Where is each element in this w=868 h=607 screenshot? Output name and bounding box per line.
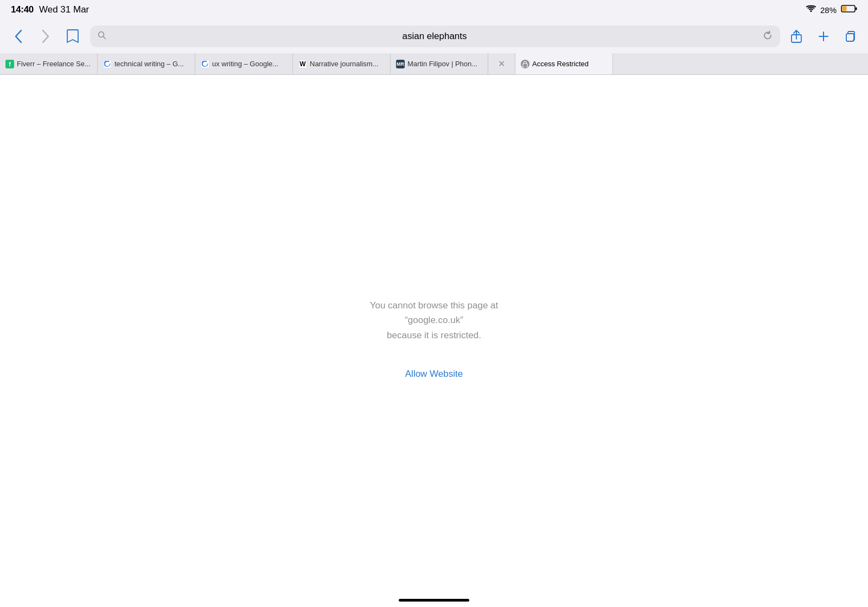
- tab-ux-writing[interactable]: ux writing – Google...: [195, 53, 293, 74]
- status-date: Wed 31 Mar: [39, 4, 89, 15]
- share-button[interactable]: [788, 28, 805, 45]
- tab-favicon-wiki: W: [298, 60, 307, 68]
- tab-label-ux-writing: ux writing – Google...: [212, 60, 287, 68]
- reload-button[interactable]: [763, 30, 773, 43]
- tab-label-narrative-journalism: Narrative journalism...: [310, 60, 385, 68]
- tab-favicon-google1: [103, 60, 112, 68]
- tab-favicon-mr: MR: [396, 60, 405, 68]
- home-indicator: [399, 599, 469, 602]
- tabs-bar: f Fiverr – Freelance Se... technical wri…: [0, 53, 868, 75]
- toolbar-right: [788, 28, 859, 45]
- bookmarks-button[interactable]: [63, 27, 82, 46]
- allow-website-button[interactable]: Allow Website: [394, 364, 474, 384]
- back-button[interactable]: [9, 27, 28, 46]
- svg-point-0: [810, 10, 812, 12]
- restricted-line3: because it is restricted.: [370, 328, 499, 343]
- tab-label-martin-filipov: Martin Filipov | Phon...: [407, 60, 482, 68]
- tab-label-access-restricted: Access Restricted: [532, 60, 607, 68]
- search-icon: [98, 31, 106, 42]
- tab-label-tech-writing: technical writing – G...: [114, 60, 189, 68]
- tab-favicon-google2: [201, 60, 209, 68]
- content-area: You cannot browse this page at “google.c…: [0, 75, 868, 607]
- svg-rect-6: [846, 34, 854, 41]
- tab-close-tab[interactable]: ✕: [488, 53, 515, 74]
- browser-bar: asian elephants: [0, 20, 868, 53]
- tab-tech-writing[interactable]: technical writing – G...: [98, 53, 195, 74]
- close-icon[interactable]: ✕: [498, 59, 505, 69]
- restricted-line1: You cannot browse this page at: [370, 298, 499, 313]
- tab-label-fiverr: Fiverr – Freelance Se...: [17, 60, 92, 68]
- add-tab-button[interactable]: [815, 28, 832, 45]
- wifi-icon: [806, 5, 816, 15]
- status-left: 14:40 Wed 31 Mar: [11, 4, 89, 15]
- url-bar[interactable]: asian elephants: [90, 26, 780, 47]
- tab-martin-filipov[interactable]: MR Martin Filipov | Phon...: [391, 53, 488, 74]
- restricted-line2: “google.co.uk”: [370, 313, 499, 327]
- tabs-overview-button[interactable]: [842, 28, 859, 45]
- url-text: asian elephants: [111, 31, 758, 42]
- status-time: 14:40: [11, 4, 34, 15]
- restricted-message: You cannot browse this page at “google.c…: [370, 298, 499, 343]
- tab-narrative-journalism[interactable]: W Narrative journalism...: [293, 53, 391, 74]
- tab-favicon-restricted: [521, 60, 529, 68]
- svg-rect-2: [843, 7, 847, 11]
- svg-rect-7: [523, 64, 527, 67]
- tab-favicon-fiverr: f: [5, 60, 14, 68]
- svg-rect-3: [856, 8, 857, 10]
- forward-button[interactable]: [36, 27, 55, 46]
- status-right: 28%: [806, 4, 857, 15]
- tab-fiverr[interactable]: f Fiverr – Freelance Se...: [0, 53, 98, 74]
- tab-access-restricted[interactable]: Access Restricted: [515, 53, 613, 74]
- status-bar: 14:40 Wed 31 Mar 28%: [0, 0, 868, 20]
- battery-percentage: 28%: [820, 5, 837, 15]
- battery-icon: [841, 4, 857, 15]
